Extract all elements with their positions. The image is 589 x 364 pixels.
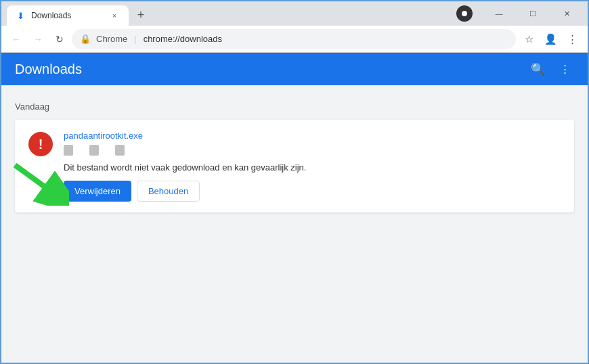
reload-button[interactable]: ↻ (50, 30, 69, 49)
minimize-button[interactable]: — (483, 3, 515, 24)
close-button[interactable]: ✕ (551, 3, 582, 24)
active-tab[interactable]: ⬇ Downloads × (7, 5, 129, 26)
toolbar-right: ☆ 👤 ⋮ (519, 29, 582, 49)
record-dot (462, 11, 467, 16)
page-header: Downloads 🔍 ⋮ (1, 53, 588, 85)
meta-block-3 (115, 145, 125, 156)
tab-title: Downloads (31, 11, 103, 20)
green-arrow-icon (8, 158, 69, 206)
downloads-menu-button[interactable]: ⋮ (552, 57, 577, 81)
content-area: Vandaag ! pandaantirootkit.exe Dit besta… (1, 85, 588, 364)
addressbar: ← → ↻ 🔒 Chrome | chrome://downloads ☆ 👤 … (1, 26, 588, 53)
keep-button[interactable]: Behouden (137, 181, 200, 202)
bookmark-button[interactable]: ☆ (519, 29, 539, 49)
warning-icon: ! (28, 132, 53, 156)
back-button[interactable]: ← (7, 30, 26, 49)
chrome-menu-button[interactable]: ⋮ (562, 29, 582, 49)
search-button[interactable]: 🔍 (525, 57, 550, 81)
url-separator: | (134, 34, 136, 44)
meta-block-2 (89, 145, 99, 156)
maximize-button[interactable]: ☐ (517, 3, 548, 24)
svg-line-1 (15, 165, 57, 196)
download-meta (64, 145, 561, 156)
url-bar[interactable]: 🔒 Chrome | chrome://downloads (72, 29, 516, 49)
forward-button[interactable]: → (28, 30, 47, 49)
tab-favicon: ⬇ (15, 10, 26, 21)
download-actions: Verwijderen Behouden (64, 181, 561, 202)
remove-button[interactable]: Verwijderen (64, 181, 131, 202)
titlebar: ⬇ Downloads × + — ☐ ✕ (1, 1, 588, 26)
download-filename[interactable]: pandaantirootkit.exe (64, 131, 561, 141)
tab-close-button[interactable]: × (108, 9, 121, 22)
download-warning-text: Dit bestand wordt niet vaak gedownload e… (64, 162, 561, 173)
tab-bar: ⬇ Downloads × + (7, 1, 456, 26)
url-origin: Chrome (96, 34, 127, 44)
section-label: Vandaag (15, 101, 574, 112)
profile-button[interactable]: 👤 (540, 29, 561, 49)
window-controls: — ☐ ✕ (483, 3, 582, 24)
url-path: chrome://downloads (144, 34, 222, 44)
record-button (456, 5, 473, 22)
download-card: ! pandaantirootkit.exe Dit bestand wordt… (15, 120, 574, 212)
download-info: pandaantirootkit.exe Dit bestand wordt n… (64, 131, 561, 202)
new-tab-button[interactable]: + (131, 5, 150, 24)
lock-icon: 🔒 (80, 34, 91, 44)
page-title: Downloads (15, 62, 82, 77)
page-header-actions: 🔍 ⋮ (525, 57, 577, 81)
meta-block-1 (64, 145, 73, 156)
